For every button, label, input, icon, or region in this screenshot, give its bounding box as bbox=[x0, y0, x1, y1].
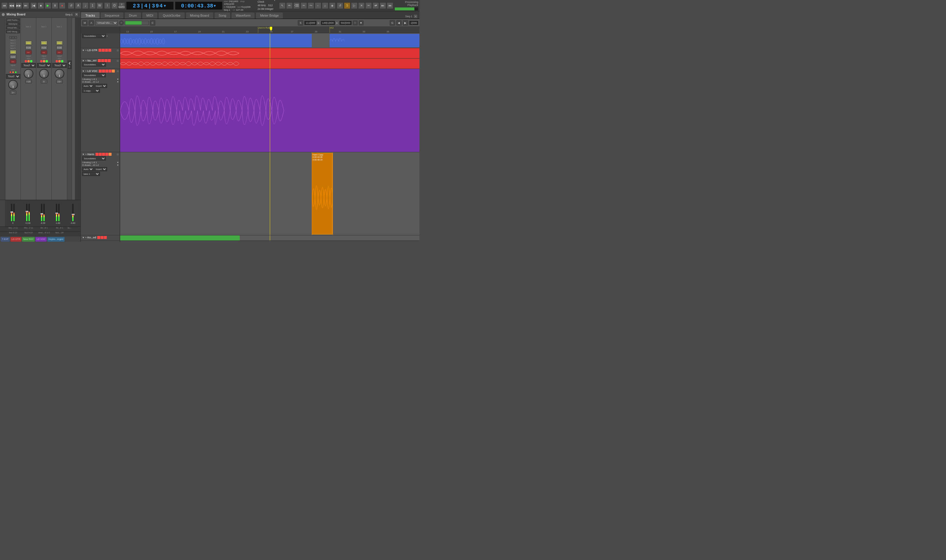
harm-expand[interactable]: □ bbox=[117, 153, 119, 156]
strip3-assign[interactable]: 0 bbox=[41, 80, 47, 83]
ld-gtr-collapse[interactable]: ▼ bbox=[82, 49, 85, 52]
soundbites-arrow[interactable]: ▾ bbox=[106, 35, 108, 37]
strip1-plugin3[interactable]: Virtual Mix... bbox=[6, 26, 20, 29]
bars-btn[interactable]: 2BARS bbox=[119, 2, 125, 9]
strip5-touch-select[interactable]: L bbox=[68, 61, 71, 69]
clock-dropdown-icon[interactable]: ▾ bbox=[274, 0, 275, 2]
strip2-assign[interactable]: <19 bbox=[25, 80, 32, 83]
click-btn[interactable]: ♩ bbox=[82, 2, 89, 9]
start-btn[interactable]: |◀ bbox=[30, 2, 37, 9]
tool-extra[interactable]: ◈ bbox=[329, 2, 336, 9]
fader4-right[interactable] bbox=[58, 204, 60, 222]
tool-scissors[interactable]: ✂ bbox=[301, 2, 307, 9]
play-btn[interactable]: ▶ bbox=[45, 2, 51, 9]
harm-out-arrow[interactable]: ▾ bbox=[117, 164, 119, 166]
tool-x[interactable]: ✕ bbox=[358, 2, 365, 9]
clip-soundbites-2[interactable] bbox=[330, 34, 420, 47]
stop-btn[interactable]: ■ bbox=[37, 2, 44, 9]
ke-ed-collapse[interactable]: ▼ bbox=[82, 236, 85, 239]
tracks-m-btn[interactable]: M bbox=[82, 20, 88, 26]
track-header-ld-voc[interactable]: ▼ ~ LD VOC □ bbox=[81, 69, 120, 152]
label-ldvoc[interactable]: LD VOC bbox=[35, 237, 47, 242]
harm-collapse[interactable]: ▼ bbox=[82, 153, 85, 156]
strip4-rec-btn[interactable]: rec bbox=[56, 50, 63, 54]
tracks-circle-btn[interactable]: ○ bbox=[119, 20, 124, 25]
punch-in-btn[interactable]: I bbox=[104, 2, 111, 9]
label-7exp[interactable]: 7 EXP bbox=[1, 237, 10, 242]
tab-meterbridge[interactable]: Meter Bridge bbox=[256, 12, 283, 18]
ldvoc-auto-select[interactable]: Auto bbox=[82, 84, 94, 88]
ldvoc-insert-select[interactable]: Insert bbox=[94, 84, 107, 88]
fader1-left[interactable] bbox=[11, 204, 12, 222]
counter-s-btn[interactable]: S bbox=[298, 20, 303, 26]
strip4-touch-select[interactable]: Touch bbox=[52, 63, 66, 68]
label-newrhy[interactable]: New RHY bbox=[22, 237, 35, 242]
ld-voc-collapse[interactable]: ▼ bbox=[82, 70, 85, 72]
counter-sq2-btn[interactable]: ■ bbox=[359, 20, 364, 25]
ffwd-btn[interactable]: ▶▶ bbox=[15, 2, 22, 9]
ldvoc-copy-select[interactable]: 1 copy bbox=[82, 89, 100, 93]
wait-btn[interactable]: W bbox=[96, 2, 103, 9]
track-header-ld-gtr[interactable]: ▼ ~ LD GTR □ bbox=[81, 48, 120, 58]
mixing-board-close[interactable]: ✕ bbox=[74, 12, 79, 17]
ne-hy-expand[interactable]: □ bbox=[117, 60, 119, 62]
tool-eraser[interactable]: ⌫ bbox=[293, 2, 300, 9]
strip4-assign[interactable]: 23> bbox=[56, 80, 63, 83]
next-btn[interactable]: ⏭ bbox=[23, 2, 29, 9]
record-btn[interactable]: ● bbox=[59, 2, 65, 9]
tab-waveform[interactable]: Waveform bbox=[231, 12, 255, 18]
track-header-soundbites[interactable]: Soundbites ▾ bbox=[81, 33, 120, 48]
strip3-pan-knob[interactable] bbox=[39, 69, 49, 78]
tab-midi[interactable]: MIDI bbox=[142, 12, 158, 18]
tool-end[interactable]: ⏮ bbox=[387, 2, 393, 9]
strip1-plugin1[interactable]: UAD Fuchs... bbox=[6, 18, 20, 22]
strip2-rec-btn[interactable]: rec bbox=[25, 50, 32, 54]
clip-ke-ed[interactable] bbox=[120, 235, 240, 240]
label-keybo[interactable]: Keybo...erged bbox=[47, 237, 65, 242]
fader3-left[interactable] bbox=[41, 204, 43, 222]
track-header-harm[interactable]: ▼ ~ Harm □ bbox=[81, 152, 120, 235]
tab-mixingboard[interactable]: Mixing Board bbox=[186, 12, 214, 18]
counter-rl-btn[interactable]: ◀ bbox=[396, 20, 401, 26]
clip-harm-copy[interactable]: Harm Copy0:00:43:280:00:48:19 bbox=[312, 153, 333, 234]
nehy-soundbites-select[interactable]: Soundbites bbox=[82, 62, 106, 66]
tool-repeat[interactable]: ⇄ bbox=[372, 2, 379, 9]
punch-out-btn[interactable]: O bbox=[111, 2, 118, 9]
tool-cut2[interactable]: ✂ bbox=[365, 2, 372, 9]
tab-tracks[interactable]: Tracks bbox=[81, 12, 100, 18]
ne-hy-collapse[interactable]: ▼ bbox=[82, 60, 85, 62]
ld-voc-expand[interactable]: □ bbox=[117, 70, 119, 72]
strip1-mute-btn[interactable]: mute bbox=[10, 55, 16, 59]
soundbites-select[interactable]: Soundbites bbox=[82, 34, 106, 38]
strip4-pan-knob[interactable] bbox=[55, 69, 64, 78]
tool-wave[interactable]: 〜 bbox=[308, 2, 314, 9]
tool-skip[interactable]: ⏭ bbox=[380, 2, 386, 9]
tool-loop[interactable]: ↺ bbox=[337, 2, 343, 9]
tool-arrow-left[interactable]: ← bbox=[315, 2, 321, 9]
fader5-left[interactable] bbox=[72, 204, 74, 222]
strip2-touch-select[interactable]: Touch bbox=[22, 63, 36, 68]
ldvoc-out-arrow[interactable]: ▾ bbox=[117, 80, 119, 83]
tracks-mix-select[interactable]: Virtual Mix... bbox=[95, 20, 118, 26]
tab-song[interactable]: Song bbox=[214, 12, 231, 18]
label-ldgtr[interactable]: LD GTR bbox=[11, 237, 22, 242]
tab-close-btn[interactable]: + bbox=[414, 14, 418, 18]
strip3-mute-btn[interactable]: mute bbox=[41, 46, 47, 50]
strip4-mute-btn[interactable]: mute bbox=[56, 46, 63, 50]
counter-rr-btn[interactable]: ▶ bbox=[403, 20, 408, 26]
strip2-solo-btn[interactable]: solo bbox=[25, 41, 32, 45]
fader3-right[interactable] bbox=[43, 204, 45, 222]
fader2-left[interactable] bbox=[26, 204, 28, 222]
tracks-a-btn[interactable]: A bbox=[89, 20, 94, 26]
prev-btn[interactable]: ◀◀ bbox=[8, 2, 15, 9]
strip3-touch-select[interactable]: Touch bbox=[37, 63, 51, 68]
harm-insert-select[interactable]: Insert bbox=[94, 167, 107, 171]
count-btn[interactable]: 1 bbox=[89, 2, 96, 9]
harm-in-arrow[interactable]: ▾ bbox=[117, 161, 119, 164]
ld-gtr-expand[interactable]: □ bbox=[117, 49, 119, 52]
tab-sequence[interactable]: Sequence bbox=[100, 12, 124, 18]
harm-auto-select[interactable]: Auto bbox=[82, 167, 94, 171]
strip1-pan-knob[interactable] bbox=[8, 80, 18, 89]
track-header-ne-hy[interactable]: ▼ ~ Ne...HY □ bbox=[81, 58, 120, 69]
tab-drum[interactable]: Drum bbox=[124, 12, 141, 18]
